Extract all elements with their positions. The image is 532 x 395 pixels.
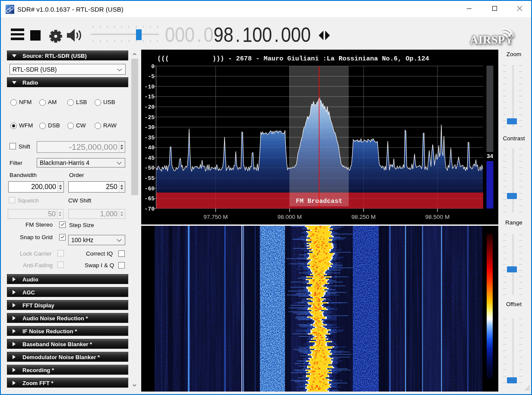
svg-text:-45: -45 (145, 155, 155, 161)
svg-text:-10: -10 (145, 84, 155, 90)
svg-text:0: 0 (151, 63, 155, 70)
svg-text:98.000 M: 98.000 M (277, 214, 301, 220)
svg-text:((( ))) - 2678 - Mau: ((( ))) - 2678 - Mauro Giuliani :La Ross… (157, 55, 429, 63)
svg-text:-55: -55 (145, 175, 155, 182)
svg-text:-35: -35 (145, 135, 155, 141)
svg-text:34: 34 (487, 153, 494, 159)
svg-text:-15: -15 (145, 94, 155, 100)
svg-text:98.250 M: 98.250 M (352, 214, 376, 220)
svg-text:-70: -70 (145, 206, 155, 212)
svg-text:-20: -20 (145, 104, 155, 111)
svg-text:98.500 M: 98.500 M (425, 214, 450, 220)
svg-text:-40: -40 (145, 145, 155, 151)
svg-text:-65: -65 (145, 196, 155, 202)
svg-text:-50: -50 (145, 165, 155, 171)
svg-text:-30: -30 (145, 124, 155, 131)
svg-text:-5: -5 (148, 73, 155, 80)
svg-text:97.750 M: 97.750 M (203, 214, 228, 220)
svg-text:-25: -25 (145, 114, 155, 121)
svg-text:-60: -60 (145, 186, 155, 192)
